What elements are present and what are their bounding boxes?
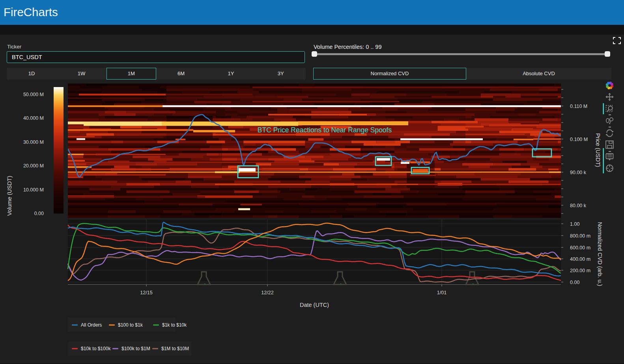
svg-text:40.000 M: 40.000 M: [23, 115, 44, 121]
svg-text:Price (USDT): Price (USDT): [595, 133, 601, 167]
svg-text:20.000 M: 20.000 M: [23, 163, 44, 169]
svg-text:800.00 m: 800.00 m: [570, 233, 590, 239]
svg-text:$100k to $1M: $100k to $1M: [121, 346, 150, 351]
svg-text:0.100 M: 0.100 M: [570, 137, 588, 142]
svg-text:12/22: 12/22: [261, 290, 273, 295]
svg-text:600.00 m: 600.00 m: [570, 245, 590, 251]
svg-text:Volume (USDT): Volume (USDT): [6, 176, 13, 216]
svg-text:0.00: 0.00: [34, 211, 44, 216]
svg-text:30.000 M: 30.000 M: [23, 139, 44, 145]
svg-text:BTC Price Reactions to Near Ra: BTC Price Reactions to Near Range Spoofs: [258, 126, 392, 134]
svg-text:$1k to $10k: $1k to $10k: [162, 322, 187, 328]
svg-text:90.00 k: 90.00 k: [570, 170, 587, 175]
svg-text:12/15: 12/15: [140, 290, 152, 295]
svg-text:1.00: 1.00: [570, 221, 579, 227]
svg-text:$10k to $100k: $10k to $100k: [81, 346, 111, 351]
svg-text:10.000 M: 10.000 M: [23, 187, 44, 193]
svg-text:80.00 k: 80.00 k: [570, 203, 587, 208]
svg-text:1/01: 1/01: [437, 290, 447, 295]
svg-text:$100 to $1k: $100 to $1k: [118, 322, 143, 328]
svg-text:All Orders: All Orders: [81, 322, 102, 328]
svg-text:$1M to $10M: $1M to $10M: [161, 346, 189, 351]
svg-text:200.00 m: 200.00 m: [570, 268, 590, 273]
svg-text:50.000 M: 50.000 M: [23, 92, 44, 97]
svg-text:0.00: 0.00: [570, 280, 579, 285]
svg-text:400.00 m: 400.00 m: [570, 256, 590, 262]
svg-text:Normalized CVD (arb. u.): Normalized CVD (arb. u.): [597, 222, 603, 286]
svg-text:0.110 M: 0.110 M: [570, 104, 587, 109]
svg-text:Date (UTC): Date (UTC): [300, 302, 329, 308]
